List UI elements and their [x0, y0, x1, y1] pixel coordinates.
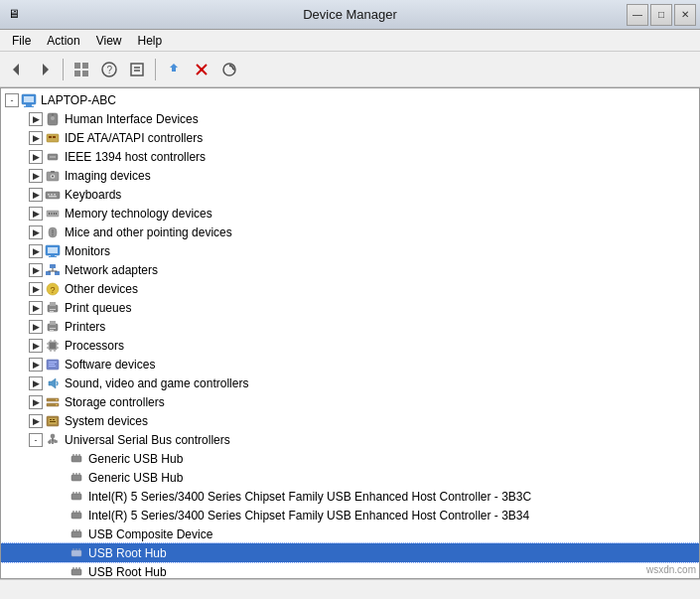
- ide-expand[interactable]: ▶: [29, 131, 43, 145]
- root1-spacer: [53, 546, 67, 560]
- tree-item-software[interactable]: ▶ Software devices: [1, 355, 699, 374]
- device-tree-container[interactable]: - LAPTOP-ABC ▶ Human Interface Devices ▶…: [0, 87, 700, 579]
- tree-item-usb[interactable]: - Universal Serial Bus controllers: [1, 430, 699, 449]
- menu-help[interactable]: Help: [130, 32, 171, 50]
- memory-expand[interactable]: ▶: [29, 207, 43, 221]
- tree-item-usb-root-1[interactable]: USB Root Hub: [1, 543, 699, 562]
- other-icon: ?: [45, 281, 61, 297]
- menu-file[interactable]: File: [4, 32, 39, 50]
- other-expand[interactable]: ▶: [29, 282, 43, 296]
- printers-icon: [45, 319, 61, 335]
- properties-button[interactable]: [124, 57, 150, 82]
- system-label: System devices: [65, 414, 148, 428]
- watermark: wsxdn.com: [646, 564, 696, 575]
- svg-rect-86: [50, 421, 56, 422]
- other-label: Other devices: [65, 282, 138, 296]
- close-button[interactable]: ✕: [674, 4, 696, 26]
- intel2-spacer: [53, 509, 67, 523]
- tree-item-monitors[interactable]: ▶ Monitors: [1, 241, 699, 260]
- update-driver-button[interactable]: [161, 57, 187, 82]
- mice-expand[interactable]: ▶: [29, 225, 43, 239]
- tree-item-processors[interactable]: ▶ Processors: [1, 336, 699, 355]
- window-title: Device Manager: [303, 7, 397, 22]
- keyboards-label: Keyboards: [65, 188, 121, 202]
- svg-rect-39: [54, 213, 55, 215]
- svg-rect-65: [50, 343, 56, 349]
- tree-item-system[interactable]: ▶ System devices: [1, 411, 699, 430]
- svg-rect-85: [53, 419, 55, 420]
- storage-expand[interactable]: ▶: [29, 395, 43, 409]
- processors-expand[interactable]: ▶: [29, 339, 43, 353]
- tree-item-usb-intel-2[interactable]: Intel(R) 5 Series/3400 Series Chipset Fa…: [1, 506, 699, 524]
- root-expand[interactable]: -: [5, 93, 19, 107]
- hid-expand[interactable]: ▶: [29, 112, 43, 126]
- tree-item-usb-composite[interactable]: USB Composite Device: [1, 524, 699, 543]
- tree-item-usb-root-2[interactable]: USB Root Hub: [1, 562, 699, 579]
- svg-rect-26: [50, 156, 56, 158]
- tree-item-network[interactable]: ▶ Network adapters: [1, 260, 699, 279]
- composite-icon: [69, 526, 84, 542]
- network-expand[interactable]: ▶: [29, 263, 43, 277]
- menu-view[interactable]: View: [88, 32, 130, 50]
- imaging-label: Imaging devices: [65, 169, 151, 183]
- ieee-expand[interactable]: ▶: [29, 150, 43, 164]
- tree-item-hid[interactable]: ▶ Human Interface Devices: [1, 109, 699, 128]
- printq-expand[interactable]: ▶: [29, 301, 43, 315]
- svg-point-29: [52, 175, 54, 177]
- uninstall-button[interactable]: [189, 57, 214, 82]
- software-icon: [45, 357, 61, 373]
- intel1-icon: [69, 489, 84, 505]
- sound-expand[interactable]: ▶: [29, 376, 43, 390]
- minimize-button[interactable]: —: [627, 4, 648, 26]
- printers-label: Printers: [65, 320, 105, 334]
- hid-icon: [45, 111, 61, 127]
- network-label: Network adapters: [65, 263, 158, 277]
- svg-rect-36: [47, 211, 59, 217]
- maximize-button[interactable]: □: [650, 4, 672, 26]
- svg-text:?: ?: [51, 285, 56, 295]
- svg-rect-92: [71, 456, 81, 462]
- tree-item-storage[interactable]: ▶ Storage controllers: [1, 392, 699, 411]
- storage-icon: [45, 394, 61, 410]
- keyboards-expand[interactable]: ▶: [29, 188, 43, 202]
- tree-item-ieee[interactable]: ▶ IEEE 1394 host controllers: [1, 147, 699, 166]
- system-expand[interactable]: ▶: [29, 414, 43, 428]
- software-expand[interactable]: ▶: [29, 358, 43, 372]
- tree-item-imaging[interactable]: ▶ Imaging devices: [1, 166, 699, 185]
- intel1-spacer: [53, 490, 67, 504]
- svg-rect-3: [82, 63, 88, 69]
- tree-item-sound[interactable]: ▶ Sound, video and game controllers: [1, 374, 699, 392]
- intel2-icon: [69, 508, 84, 524]
- imaging-expand[interactable]: ▶: [29, 169, 43, 183]
- svg-rect-35: [49, 196, 57, 198]
- tree-item-memory[interactable]: ▶ Memory technology devices: [1, 204, 699, 223]
- toolbar: ?: [0, 52, 700, 87]
- svg-point-87: [51, 434, 55, 438]
- tree-item-usb-intel-1[interactable]: Intel(R) 5 Series/3400 Series Chipset Fa…: [1, 487, 699, 506]
- svg-rect-57: [50, 302, 56, 306]
- tree-item-mice[interactable]: ▶ Mice and other pointing devices: [1, 223, 699, 241]
- tree-root[interactable]: - LAPTOP-ABC: [1, 90, 699, 109]
- svg-rect-30: [51, 171, 55, 173]
- help-button[interactable]: ?: [96, 57, 122, 82]
- tree-item-keyboards[interactable]: ▶ Keyboards: [1, 185, 699, 204]
- tree-item-usb-hub-1[interactable]: Generic USB Hub: [1, 449, 699, 468]
- monitors-expand[interactable]: ▶: [29, 244, 43, 258]
- svg-rect-40: [56, 213, 57, 215]
- memory-icon: [45, 206, 61, 222]
- svg-rect-48: [50, 264, 56, 268]
- show-hide-button[interactable]: [69, 57, 94, 82]
- usb-expand[interactable]: -: [29, 433, 43, 447]
- forward-button[interactable]: [32, 57, 58, 82]
- tree-item-usb-hub-2[interactable]: Generic USB Hub: [1, 468, 699, 487]
- printers-expand[interactable]: ▶: [29, 320, 43, 334]
- tree-item-printers[interactable]: ▶ Printers: [1, 317, 699, 336]
- tree-item-printq[interactable]: ▶ Print queues: [1, 298, 699, 317]
- svg-rect-58: [50, 309, 56, 310]
- scan-button[interactable]: [216, 57, 242, 82]
- back-button[interactable]: [4, 57, 30, 82]
- menu-action[interactable]: Action: [39, 32, 87, 50]
- menu-bar: File Action View Help: [0, 30, 700, 52]
- tree-item-ide[interactable]: ▶ IDE ATA/ATAPI controllers: [1, 128, 699, 147]
- tree-item-other[interactable]: ▶ ? Other devices: [1, 279, 699, 298]
